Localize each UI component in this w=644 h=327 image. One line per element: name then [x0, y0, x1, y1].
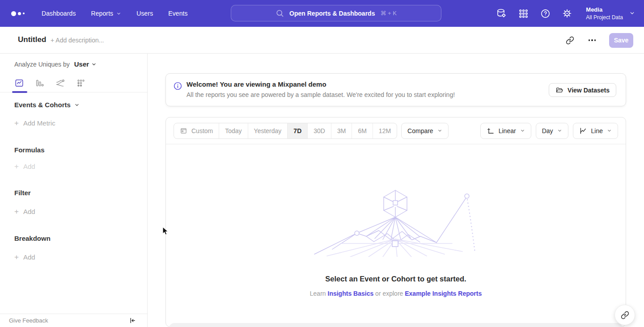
apps-grid-icon[interactable]	[517, 8, 529, 19]
range-label: 30D	[314, 127, 325, 134]
copy-link-icon[interactable]	[565, 35, 575, 45]
more-options-icon[interactable]	[587, 38, 598, 43]
scale-dropdown[interactable]: Linear	[480, 123, 531, 139]
project-switcher[interactable]: Media All Project Data	[586, 6, 635, 21]
save-button[interactable]: Save	[609, 33, 633, 48]
date-range-segmented-control: Custom Today Yesterday 7D 30D 3M 6M 12M	[174, 123, 397, 139]
flows-icon	[55, 78, 65, 88]
collapse-sidebar-icon[interactable]	[127, 316, 136, 325]
interval-dropdown[interactable]: Day	[536, 123, 568, 139]
project-meta: Media All Project Data	[586, 6, 623, 21]
tab-bar-chart[interactable]	[35, 76, 45, 90]
events-cohorts-label: Events & Cohorts	[14, 101, 71, 109]
hint-prefix: Learn	[310, 290, 326, 297]
line-chart-icon	[579, 127, 587, 135]
range-label: 6M	[358, 127, 366, 134]
compare-dropdown[interactable]: Compare	[401, 123, 449, 139]
range-custom[interactable]: Custom	[174, 123, 219, 138]
view-datasets-button[interactable]: View Datasets	[549, 83, 616, 97]
report-title[interactable]: Untitled	[18, 35, 46, 44]
data-management-icon[interactable]	[496, 8, 507, 19]
empty-state-hint: Learn Insights Basics or explore Example…	[166, 290, 626, 297]
analyze-selector-dropdown[interactable]: User	[74, 60, 97, 68]
formulas-section-title: Formulas	[14, 146, 45, 154]
scale-label: Linear	[499, 127, 516, 134]
range-label: 7D	[293, 127, 301, 134]
nav-item-users[interactable]: Users	[136, 10, 153, 17]
empty-state-title: Select an Event or Cohort to get started…	[166, 275, 626, 283]
share-link-fab[interactable]	[614, 305, 635, 325]
mixpanel-logo-icon[interactable]	[11, 11, 25, 16]
analyze-label: Analyze Uniques by	[14, 61, 70, 68]
add-metric-button[interactable]: + Add Metric	[14, 119, 55, 127]
analyze-selector-value: User	[74, 60, 89, 68]
add-breakdown-label: Add	[23, 253, 35, 261]
chevron-down-icon	[74, 102, 80, 108]
bar-chart-icon	[35, 78, 45, 88]
insights-basics-link[interactable]: Insights Basics	[328, 290, 374, 297]
add-formula-button[interactable]: + Add	[14, 163, 35, 170]
chart-type-dropdown[interactable]: Line	[573, 123, 618, 139]
info-icon	[173, 81, 182, 92]
range-label: 12M	[379, 127, 391, 134]
primary-nav: Dashboards Reports Users Events	[42, 10, 188, 17]
project-scope: All Project Data	[586, 14, 623, 21]
banner-title: Welcome! You are viewing a Mixpanel demo	[186, 80, 326, 88]
range-today[interactable]: Today	[219, 123, 247, 138]
range-12m[interactable]: 12M	[373, 123, 397, 138]
plus-icon: +	[14, 119, 19, 127]
welcome-banner: Welcome! You are viewing a Mixpanel demo…	[165, 73, 626, 106]
calendar-icon	[180, 127, 187, 134]
breakdown-section-title: Breakdown	[14, 235, 51, 242]
view-datasets-label: View Datasets	[568, 87, 610, 94]
filter-section-title: Filter	[14, 189, 31, 197]
mixpanel-app: Dashboards Reports Users Events Open Rep…	[0, 0, 644, 327]
range-30d[interactable]: 30D	[307, 123, 331, 138]
help-icon[interactable]	[539, 8, 551, 19]
plus-icon: +	[14, 253, 19, 261]
chevron-down-icon	[629, 10, 635, 16]
tab-flows[interactable]	[55, 76, 65, 90]
project-name: Media	[586, 6, 623, 14]
retention-grid-icon	[76, 78, 86, 88]
range-6m[interactable]: 6M	[352, 123, 372, 138]
settings-gear-icon[interactable]	[561, 8, 573, 19]
chevron-down-icon	[437, 128, 442, 133]
range-3m[interactable]: 3M	[331, 123, 352, 138]
range-yesterday[interactable]: Yesterday	[248, 123, 288, 138]
example-insights-reports-link[interactable]: Example Insights Reports	[405, 290, 482, 297]
nav-item-reports[interactable]: Reports	[91, 10, 122, 17]
nav-item-dashboards[interactable]: Dashboards	[42, 10, 76, 17]
report-header: Untitled + Add description... Save	[0, 27, 644, 54]
events-cohorts-section[interactable]: Events & Cohorts	[14, 101, 80, 109]
card-footer-strip	[169, 323, 623, 327]
analyze-row: Analyze Uniques by User	[14, 60, 97, 68]
interval-label: Day	[542, 127, 553, 134]
range-7d[interactable]: 7D	[287, 123, 307, 138]
banner-subtitle: All the reports you see are powered by a…	[186, 91, 455, 98]
nav-item-events[interactable]: Events	[168, 10, 187, 17]
global-search-input[interactable]: Open Reports & Dashboards ⌘ + K	[231, 5, 441, 21]
tab-retention[interactable]	[76, 76, 86, 90]
visualization-tabs	[0, 74, 147, 92]
report-toolbar: Custom Today Yesterday 7D 30D 3M 6M 12M …	[166, 117, 626, 144]
insights-report-card: Custom Today Yesterday 7D 30D 3M 6M 12M …	[165, 117, 626, 327]
add-metric-label: Add Metric	[23, 119, 55, 127]
add-breakdown-button[interactable]: + Add	[14, 253, 35, 261]
give-feedback-link[interactable]: Give Feedback	[9, 317, 48, 324]
insights-chart-icon	[14, 78, 24, 88]
nav-item-label: Events	[168, 10, 187, 17]
top-navbar: Dashboards Reports Users Events Open Rep…	[0, 0, 644, 27]
chevron-down-icon	[557, 128, 562, 133]
report-description-placeholder[interactable]: + Add description...	[51, 37, 104, 44]
search-placeholder: Open Reports & Dashboards	[289, 10, 375, 17]
nav-item-label: Reports	[91, 10, 114, 17]
add-filter-button[interactable]: + Add	[14, 208, 35, 215]
chevron-down-icon	[520, 128, 525, 133]
tab-insights[interactable]	[14, 76, 24, 90]
search-icon	[275, 9, 284, 17]
add-formula-label: Add	[23, 163, 35, 170]
nav-item-label: Users	[136, 10, 153, 17]
navbar-right: Media All Project Data	[496, 0, 635, 27]
search-shortcut: ⌘ + K	[380, 10, 397, 17]
